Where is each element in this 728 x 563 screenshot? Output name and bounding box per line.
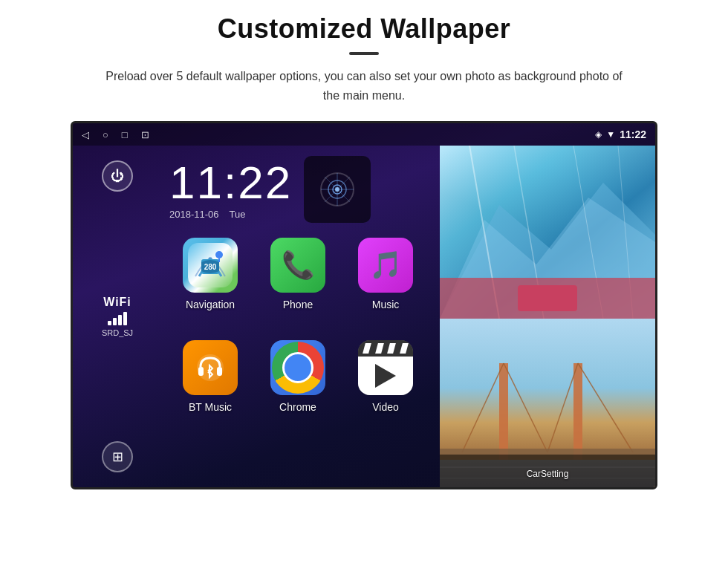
strip-detail [518, 285, 577, 311]
grid-button[interactable]: ⊞ [102, 441, 133, 472]
svg-rect-26 [573, 363, 582, 460]
phone-glyph: 📞 [282, 250, 315, 281]
wallpaper-thumb-ice[interactable] [440, 146, 655, 319]
signal-icon: ▼ [606, 129, 615, 140]
screenshot-icon[interactable]: ⊡ [141, 129, 149, 140]
wifi-bars [108, 312, 127, 325]
clock-date: 2018-11-06 Tue [169, 209, 245, 220]
sidebar: ⏻ WiFi SRD_SJ ⊞ [73, 146, 162, 487]
wifi-bar-3 [118, 315, 122, 325]
wifi-label: WiFi [103, 296, 131, 309]
title-divider [349, 52, 379, 55]
chrome-label: Chrome [279, 401, 316, 413]
android-screen: ◁ ○ □ ⊡ ◈ ▼ 11:22 ⏻ [71, 121, 657, 489]
recents-icon[interactable]: □ [122, 129, 128, 140]
wifi-bar-2 [113, 318, 117, 325]
page-title: Customized Wallpaper [218, 13, 511, 45]
navigation-label: Navigation [186, 299, 235, 310]
bt-svg [193, 351, 227, 385]
clock-block: 11:22 2018-11-06 Tue [169, 160, 292, 220]
home-icon[interactable]: ○ [103, 129, 108, 140]
navigation-icon: 280 [183, 238, 238, 293]
bt-music-icon [183, 340, 238, 395]
main-area: ⏻ WiFi SRD_SJ ⊞ [73, 146, 655, 487]
status-time: 11:22 [620, 128, 646, 140]
carsetting-label: CarSetting [527, 469, 569, 479]
day-value: Tue [230, 209, 246, 220]
svg-point-13 [215, 251, 223, 258]
power-icon: ⏻ [111, 169, 124, 184]
grid-icon: ⊞ [112, 449, 123, 465]
svg-rect-15 [198, 367, 204, 376]
svg-point-7 [335, 187, 339, 192]
app-item-chrome[interactable]: Chrome [257, 340, 339, 437]
chrome-icon [270, 340, 325, 395]
app-item-video[interactable]: Video [345, 340, 426, 437]
location-icon: ◈ [595, 129, 602, 140]
app-item-navigation[interactable]: 280 Navigation [169, 238, 251, 334]
svg-rect-25 [499, 363, 508, 460]
music-icon: 🎵 [358, 238, 413, 293]
clapper-top [358, 340, 413, 357]
thumb-strip [440, 278, 655, 319]
stripe-2 [375, 343, 384, 354]
svg-rect-16 [217, 367, 222, 376]
nav-icons: ◁ ○ □ ⊡ [82, 129, 149, 140]
nav-map-svg: 280 [188, 243, 233, 287]
clock-time: 11:22 [169, 160, 292, 206]
status-icons: ◈ ▼ 11:22 [595, 128, 646, 140]
app-item-bt-music[interactable]: BT Music [169, 340, 251, 437]
wifi-bar-4 [123, 312, 127, 325]
clapper-body [358, 357, 413, 395]
wifi-network-name: SRD_SJ [102, 328, 133, 337]
status-bar: ◁ ○ □ ⊡ ◈ ▼ 11:22 [73, 123, 655, 146]
carsetting-overlay[interactable]: CarSetting [440, 455, 655, 489]
date-value: 2018-11-06 [169, 209, 219, 220]
music-label: Music [372, 299, 400, 310]
video-label: Video [372, 401, 399, 413]
wallpaper-thumb-bridge[interactable]: CarSetting [440, 319, 655, 489]
wifi-info: WiFi SRD_SJ [102, 296, 133, 337]
bt-music-label: BT Music [189, 401, 232, 413]
svg-text:280: 280 [204, 263, 217, 271]
chrome-ring [272, 342, 324, 394]
app-item-phone[interactable]: 📞 Phone [257, 238, 339, 334]
video-icon [358, 340, 413, 395]
stripe-3 [387, 343, 396, 354]
phone-icon: 📞 [270, 238, 325, 293]
page-wrapper: Customized Wallpaper Preload over 5 defa… [0, 0, 728, 563]
device-container: ◁ ○ □ ⊡ ◈ ▼ 11:22 ⏻ [71, 121, 657, 489]
power-button[interactable]: ⏻ [102, 160, 133, 192]
stripe-1 [363, 343, 371, 354]
media-widget[interactable] [304, 156, 371, 223]
play-triangle [375, 364, 396, 388]
wifi-bar-1 [108, 321, 111, 325]
phone-label: Phone [283, 299, 313, 310]
wallpaper-thumbnails: CarSetting [440, 146, 655, 489]
media-widget-icon [319, 171, 356, 208]
stripe-4 [400, 343, 409, 354]
back-icon[interactable]: ◁ [82, 129, 89, 140]
page-description: Preload over 5 default wallpaper options… [97, 67, 631, 105]
music-glyph: 🎵 [369, 250, 403, 281]
app-item-music[interactable]: 🎵 Music [345, 238, 426, 334]
